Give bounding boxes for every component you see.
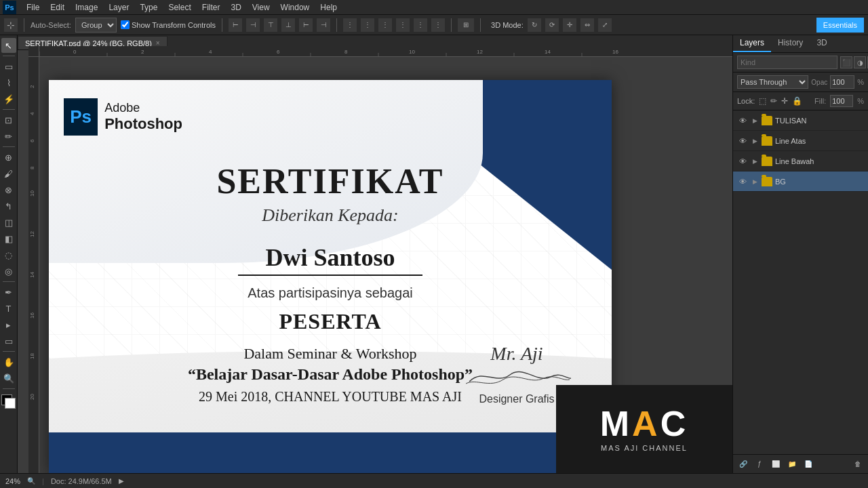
- cert-subtitle: Diberikan Kepada:: [49, 205, 612, 226]
- pen-tool[interactable]: ✒: [1, 285, 16, 300]
- fill-input[interactable]: [830, 95, 853, 107]
- add-mask-btn[interactable]: ⬜: [770, 458, 782, 470]
- menu-image[interactable]: Image: [71, 1, 102, 14]
- align-bottom-btn[interactable]: ⊣: [317, 18, 330, 32]
- filter-pixel-btn[interactable]: ⬛: [840, 56, 852, 68]
- dodge-tool[interactable]: ◎: [1, 264, 16, 279]
- layer-row-line-atas[interactable]: 👁 ▶ Line Atas: [733, 131, 868, 151]
- 3d-pan-btn[interactable]: ✛: [563, 18, 576, 32]
- distribute-btn-4[interactable]: ⋮: [396, 18, 410, 32]
- svg-text:12: 12: [477, 49, 483, 55]
- align-left-btn[interactable]: ⊢: [229, 18, 242, 32]
- layer-row-bg[interactable]: 👁 ▶ BG: [733, 171, 868, 192]
- 3d-roll-btn[interactable]: ⟳: [545, 18, 559, 32]
- filter-adjustment-btn[interactable]: ◑: [854, 56, 866, 68]
- svg-text:14: 14: [29, 272, 35, 278]
- essentials-button[interactable]: Essentials: [816, 18, 864, 33]
- layer-search-input[interactable]: [737, 56, 837, 69]
- distribute-btn-1[interactable]: ⋮: [343, 18, 357, 32]
- menu-view[interactable]: View: [248, 1, 275, 14]
- layer-visibility-lineatas[interactable]: 👁: [737, 136, 748, 146]
- cert-name-wrapper: Dwi Santoso: [49, 234, 612, 276]
- eyedropper-tool[interactable]: ✏: [1, 129, 16, 144]
- arrange-btn[interactable]: ⊞: [458, 18, 474, 32]
- tab-history[interactable]: History: [771, 35, 810, 52]
- marquee-tool[interactable]: ▭: [1, 59, 16, 74]
- 3d-slide-btn[interactable]: ⇔: [580, 18, 594, 32]
- healing-brush-tool[interactable]: ⊕: [1, 150, 16, 165]
- delete-layer-btn[interactable]: 🗑: [852, 458, 864, 470]
- menu-help[interactable]: Help: [315, 1, 342, 14]
- transform-checkbox[interactable]: [121, 20, 130, 29]
- layer-visibility-tulisan[interactable]: 👁: [737, 115, 748, 126]
- move-tool[interactable]: ↖: [1, 38, 16, 53]
- shape-tool[interactable]: ▭: [1, 333, 16, 348]
- link-layers-btn[interactable]: 🔗: [737, 458, 749, 470]
- lock-all-icon[interactable]: 🔒: [792, 96, 802, 106]
- lock-image-icon[interactable]: ✏: [770, 96, 777, 106]
- svg-text:4: 4: [209, 49, 212, 55]
- group-select[interactable]: Group Layer: [75, 18, 117, 33]
- blur-tool[interactable]: ◌: [1, 247, 16, 262]
- layer-visibility-linebawah[interactable]: 👁: [737, 156, 748, 167]
- lock-transparent-icon[interactable]: ⬚: [759, 96, 766, 106]
- mac-watermark: MAC MAS AJI CHANNEL: [556, 385, 732, 473]
- layer-visibility-bg[interactable]: 👁: [737, 176, 748, 187]
- layer-name-linebawah: Line Bawah: [775, 157, 864, 165]
- distribute-btn-5[interactable]: ⋮: [414, 18, 427, 32]
- layer-row-tulisan[interactable]: 👁 ▶ TULISAN: [733, 110, 868, 131]
- tab-3d[interactable]: 3D: [810, 35, 833, 52]
- gradient-tool[interactable]: ◧: [1, 231, 16, 246]
- add-style-btn[interactable]: ƒ: [753, 458, 766, 470]
- menu-type[interactable]: Type: [135, 1, 162, 14]
- menu-layer[interactable]: Layer: [104, 1, 134, 14]
- menu-edit[interactable]: Edit: [45, 1, 69, 14]
- canvas-container: SERTIFIKAT.psd @ 24% (BG, RGB/8) × 0 2 4: [18, 35, 732, 473]
- color-swatches[interactable]: [1, 394, 16, 409]
- lasso-tool[interactable]: ⌇: [1, 75, 16, 90]
- lock-position-icon[interactable]: ✛: [781, 96, 788, 106]
- opacity-input[interactable]: [830, 75, 854, 89]
- path-selection-tool[interactable]: ▸: [1, 317, 16, 332]
- brush-tool[interactable]: 🖌: [1, 166, 16, 181]
- move-tool-icon[interactable]: ⊹: [4, 18, 18, 32]
- eraser-tool[interactable]: ◫: [1, 215, 16, 230]
- clone-stamp-tool[interactable]: ⊗: [1, 182, 16, 197]
- hand-tool[interactable]: ✋: [1, 354, 16, 369]
- layer-row-line-bawah[interactable]: 👁 ▶ Line Bawah: [733, 151, 868, 171]
- toolbar-sep-6: [3, 388, 15, 389]
- blend-mode-select[interactable]: Pass Through Normal Multiply Screen: [737, 75, 808, 89]
- layer-expand-bg[interactable]: ▶: [751, 178, 759, 186]
- layers-panel-footer: 🔗 ƒ ⬜ 📁 📄 🗑: [733, 454, 868, 473]
- menu-file[interactable]: File: [22, 1, 44, 14]
- crop-tool[interactable]: ⊡: [1, 113, 16, 127]
- 3d-scale-btn[interactable]: ⤢: [598, 18, 612, 32]
- layer-expand-lineatas[interactable]: ▶: [751, 137, 759, 145]
- menu-window[interactable]: Window: [276, 1, 315, 14]
- menu-select[interactable]: Select: [163, 1, 195, 14]
- new-group-btn[interactable]: 📁: [786, 458, 798, 470]
- magic-wand-tool[interactable]: ⚡: [1, 92, 16, 106]
- align-center-h-btn[interactable]: ⊣: [246, 18, 260, 32]
- history-brush-tool[interactable]: ↰: [1, 199, 16, 214]
- layer-expand-tulisan[interactable]: ▶: [751, 117, 759, 125]
- panel-tabs: Layers History 3D: [733, 35, 868, 53]
- align-center-v-btn[interactable]: ⊢: [299, 18, 313, 32]
- distribute-btn-6[interactable]: ⋮: [431, 18, 445, 32]
- layer-name-tulisan: TULISAN: [775, 117, 864, 125]
- distribute-btn-3[interactable]: ⋮: [378, 18, 392, 32]
- menu-3d[interactable]: 3D: [226, 1, 245, 14]
- layer-expand-linebawah[interactable]: ▶: [751, 157, 759, 165]
- new-layer-btn[interactable]: 📄: [802, 458, 814, 470]
- text-tool[interactable]: T: [1, 301, 16, 316]
- align-right-btn[interactable]: ⊤: [264, 18, 277, 32]
- mac-logo: MAC: [600, 406, 688, 441]
- 3d-rotate-btn[interactable]: ↻: [528, 18, 541, 32]
- expand-status-btn[interactable]: ▶: [119, 477, 124, 485]
- tab-layers[interactable]: Layers: [733, 35, 771, 52]
- blend-mode-row: Pass Through Normal Multiply Screen Opac…: [733, 73, 868, 92]
- menu-filter[interactable]: Filter: [197, 1, 225, 14]
- distribute-btn-2[interactable]: ⋮: [361, 18, 374, 32]
- align-top-btn[interactable]: ⊥: [281, 18, 295, 32]
- zoom-tool[interactable]: 🔍: [1, 371, 16, 386]
